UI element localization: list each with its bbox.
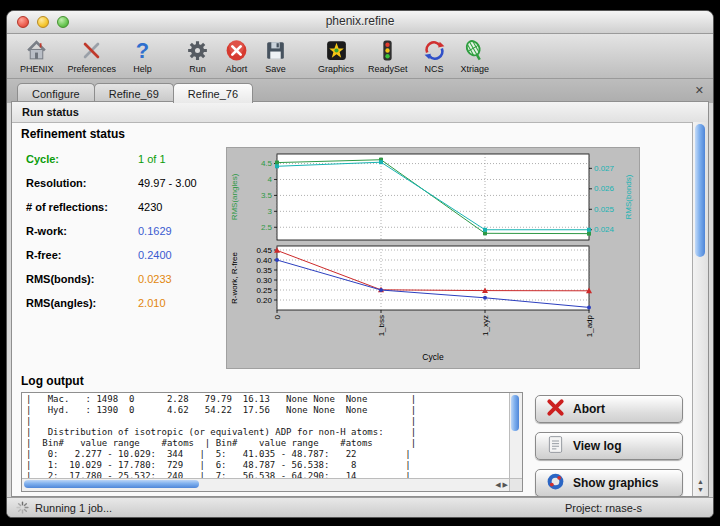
svg-text:2.5: 2.5 — [261, 223, 273, 232]
svg-text:0.20: 0.20 — [256, 296, 272, 305]
svg-text:1_adp: 1_adp — [585, 314, 594, 337]
log-output-heading: Log output — [21, 374, 693, 388]
tab-configure[interactable]: Configure — [17, 83, 95, 103]
refinement-chart: 2.533.544.50.0240.0250.0260.027RMS(bonds… — [226, 147, 640, 369]
toolbar-button-preferences[interactable]: Preferences — [61, 37, 124, 75]
svg-text:0: 0 — [273, 314, 282, 319]
svg-text:1_bss: 1_bss — [377, 315, 386, 336]
status-project-text: Project: rnase-s — [565, 502, 642, 514]
tab-bar: Configure Refine_69 Refine_76 ✕ — [7, 79, 713, 103]
toolbar-button-readyset[interactable]: ReadySet — [361, 37, 415, 75]
ncs-arrows-icon — [422, 38, 447, 63]
svg-text:0.024: 0.024 — [594, 225, 615, 234]
toolbar-button-run[interactable]: Run — [178, 37, 217, 75]
toolbar-button-xtriage[interactable]: Xtriage — [454, 37, 497, 75]
stat-label: R-free: — [26, 249, 138, 261]
toolbar-label: Run — [189, 64, 206, 74]
stat-value: 0.0233 — [138, 273, 172, 285]
progress-spinner-icon — [16, 501, 29, 514]
stat-value: 0.2400 — [138, 249, 172, 261]
stat-value: 4230 — [138, 201, 162, 213]
tab-run-status[interactable]: Run status — [12, 102, 708, 123]
log-horizontal-scroll-thumb[interactable] — [24, 480, 199, 488]
toolbar-button-abort[interactable]: Abort — [217, 37, 256, 75]
svg-text:?: ? — [136, 38, 149, 63]
stat-row-reflections: # of reflections:4230 — [26, 195, 226, 219]
toolbar-button-graphics[interactable]: Graphics — [311, 37, 361, 75]
abort-x-icon — [545, 397, 566, 422]
svg-text:3: 3 — [268, 207, 273, 216]
toolbar-button-save[interactable]: Save — [256, 37, 295, 75]
svg-text:0.45: 0.45 — [256, 246, 272, 255]
toolbar: PHENIX Preferences ? Help Run Abort Save… — [7, 34, 713, 79]
view-log-button[interactable]: View log — [535, 432, 683, 460]
log-output-box[interactable]: | Mac. : 1498 0 2.28 79.79 16.13 None No… — [21, 392, 523, 492]
abort-circle-x-icon — [224, 38, 249, 63]
phenix-home-icon — [24, 38, 49, 63]
stat-value: 2.010 — [138, 297, 166, 309]
abort-button[interactable]: Abort — [535, 395, 683, 423]
svg-text:0.35: 0.35 — [256, 266, 272, 275]
save-floppy-icon — [263, 38, 288, 63]
help-question-icon: ? — [130, 38, 155, 63]
main-vertical-scrollbar[interactable]: ▲▼ — [692, 122, 708, 496]
toolbar-label: PHENIX — [20, 64, 54, 74]
minimize-window-button[interactable] — [37, 16, 49, 28]
main-vertical-scroll-thumb[interactable] — [695, 124, 705, 257]
svg-text:1_xyz: 1_xyz — [481, 315, 490, 336]
stat-value: 1 of 1 — [138, 153, 166, 165]
log-vertical-scroll-thumb[interactable] — [511, 395, 519, 431]
stat-label: RMS(angles): — [26, 297, 138, 309]
scrollbar-corner — [509, 478, 522, 491]
stat-label: # of reflections: — [26, 201, 138, 213]
svg-text:0.027: 0.027 — [594, 164, 615, 173]
svg-text:0.40: 0.40 — [256, 256, 272, 265]
action-buttons: Abort View log Show graphics — [535, 392, 685, 496]
log-vertical-scrollbar[interactable] — [509, 393, 522, 479]
toolbar-label: Xtriage — [461, 64, 490, 74]
tab-refine-69[interactable]: Refine_69 — [94, 83, 174, 103]
status-bar: Running 1 job... Project: rnase-s — [7, 497, 713, 517]
scroll-arrows-icon[interactable]: ▲▼ — [693, 478, 708, 494]
refinement-status-heading: Refinement status — [21, 127, 693, 141]
stat-label: Resolution: — [26, 177, 138, 189]
stat-value: 49.97 - 3.00 — [138, 177, 197, 189]
xtriage-sieve-icon — [462, 38, 487, 63]
stat-label: R-work: — [26, 225, 138, 237]
titlebar[interactable]: phenix.refine — [7, 11, 713, 34]
svg-text:4.5: 4.5 — [261, 159, 273, 168]
toolbar-button-phenix[interactable]: PHENIX — [13, 37, 61, 75]
stat-row-rms-bonds: RMS(bonds):0.0233 — [26, 267, 226, 291]
svg-text:0.25: 0.25 — [256, 286, 272, 295]
page-body: Refinement status Cycle:1 of 1 Resolutio… — [12, 122, 693, 496]
svg-text:RMS(bonds): RMS(bonds) — [624, 174, 633, 219]
toolbar-label: ReadySet — [368, 64, 408, 74]
traffic-lights — [17, 16, 69, 28]
log-horizontal-scrollbar[interactable]: ◀ ▶ — [22, 478, 510, 491]
status-running-text: Running 1 job... — [35, 502, 112, 514]
scroll-arrows-icon[interactable]: ◀ ▶ — [495, 479, 508, 491]
svg-text:3.5: 3.5 — [261, 191, 273, 200]
close-window-button[interactable] — [17, 16, 29, 28]
svg-text:0.025: 0.025 — [594, 205, 615, 214]
toolbar-button-help[interactable]: ? Help — [123, 37, 162, 75]
stat-row-r-work: R-work:0.1629 — [26, 219, 226, 243]
run-gear-icon — [185, 38, 210, 63]
toolbar-label: Save — [265, 64, 286, 74]
notebook-page: Run status Refinement status Cycle:1 of … — [11, 101, 709, 497]
stat-value: 0.1629 — [138, 225, 172, 237]
stat-row-resolution: Resolution:49.97 - 3.00 — [26, 171, 226, 195]
tab-refine-76[interactable]: Refine_76 — [173, 83, 253, 103]
show-graphics-icon — [545, 471, 566, 496]
toolbar-button-ncs[interactable]: NCS — [415, 37, 454, 75]
zoom-window-button[interactable] — [57, 16, 69, 28]
toolbar-label: Preferences — [68, 64, 117, 74]
svg-text:4: 4 — [268, 175, 273, 184]
phenix-refine-window: phenix.refine PHENIX Preferences ? Help … — [6, 10, 714, 518]
window-title: phenix.refine — [7, 11, 713, 32]
show-graphics-button[interactable]: Show graphics — [535, 469, 683, 496]
stat-label: Cycle: — [26, 153, 138, 165]
tab-close-icon[interactable]: ✕ — [695, 84, 704, 96]
svg-text:R-work, R-free: R-work, R-free — [230, 251, 239, 304]
toolbar-label: Abort — [226, 64, 248, 74]
